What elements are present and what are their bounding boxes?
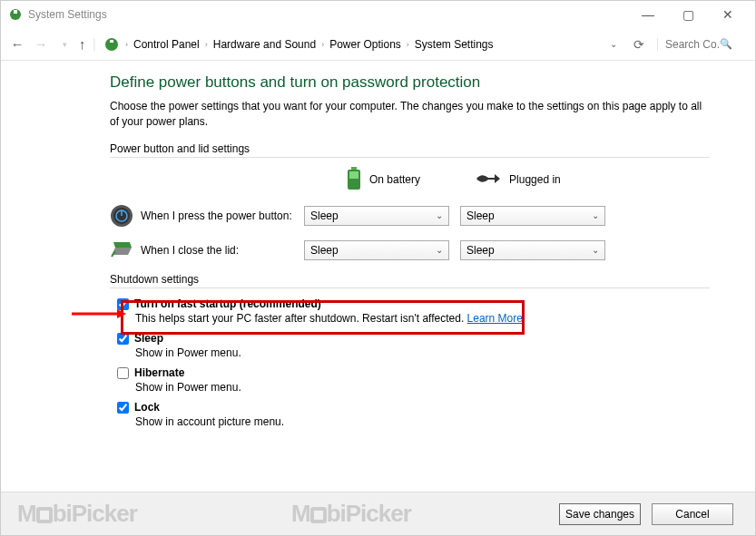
watermark: MbiPicker — [17, 500, 137, 528]
save-changes-button[interactable]: Save changes — [559, 503, 641, 525]
power-button-section-label: Power button and lid settings — [110, 142, 710, 158]
breadcrumb: › Control Panel › Hardware and Sound › P… — [125, 36, 601, 53]
power-button-row: When I press the power button: Sleep⌄ Sl… — [110, 204, 710, 228]
hibernate-checkbox[interactable] — [117, 367, 129, 379]
lid-row: When I close the lid: Sleep⌄ Sleep⌄ — [110, 239, 710, 262]
minimize-button[interactable]: — — [628, 1, 668, 28]
recent-dropdown[interactable]: ▾ — [55, 40, 74, 49]
path-dropdown[interactable]: ⌄ — [606, 39, 621, 49]
navbar: ← → ▾ ↑ │ › Control Panel › Hardware and… — [1, 28, 755, 61]
breadcrumb-item[interactable]: Hardware and Sound — [211, 36, 318, 53]
lock-row: Lock — [117, 401, 710, 414]
plugged-in-header: Plugged in — [475, 171, 561, 190]
fast-startup-checkbox-label[interactable]: Turn on fast startup (recommended) — [117, 297, 710, 310]
chevron-down-icon: ⌄ — [436, 245, 443, 255]
lid-battery-select[interactable]: Sleep⌄ — [304, 240, 449, 260]
fast-startup-row: Turn on fast startup (recommended) — [117, 297, 710, 310]
sleep-row: Sleep — [117, 332, 710, 345]
chevron-right-icon: › — [205, 40, 208, 49]
power-button-plugged-select[interactable]: Sleep⌄ — [460, 206, 605, 226]
page-intro: Choose the power settings that you want … — [110, 99, 710, 130]
sleep-checkbox[interactable] — [117, 333, 129, 345]
page-heading: Define power buttons and turn on passwor… — [110, 73, 710, 92]
lid-label: When I close the lid: — [141, 244, 304, 257]
search-box[interactable]: 🔍 — [657, 38, 748, 51]
svg-rect-6 — [349, 171, 358, 179]
learn-more-link[interactable]: Learn More — [467, 312, 523, 325]
battery-icon — [346, 167, 362, 193]
lid-plugged-select[interactable]: Sleep⌄ — [460, 240, 605, 260]
chevron-down-icon: ⌄ — [592, 245, 599, 255]
watermark: MbiPicker — [291, 500, 411, 528]
titlebar: System Settings — ▢ ✕ — [1, 1, 755, 28]
back-button[interactable]: ← — [8, 36, 26, 52]
up-button[interactable]: ↑ — [79, 36, 86, 52]
power-button-label: When I press the power button: — [141, 210, 304, 222]
maximize-button[interactable]: ▢ — [668, 1, 708, 28]
search-icon: 🔍 — [720, 38, 732, 50]
search-input[interactable] — [665, 38, 720, 51]
hibernate-desc: Show in Power menu. — [135, 381, 710, 394]
hibernate-checkbox-label[interactable]: Hibernate — [117, 366, 710, 379]
power-button-battery-select[interactable]: Sleep⌄ — [304, 206, 449, 226]
hibernate-row: Hibernate — [117, 366, 710, 379]
chevron-down-icon: ⌄ — [436, 210, 443, 220]
svg-rect-1 — [14, 10, 17, 14]
nav-separator: │ — [92, 38, 99, 51]
column-headers: On battery Plugged in — [346, 167, 710, 193]
chevron-right-icon: › — [125, 40, 128, 49]
on-battery-header: On battery — [346, 167, 420, 193]
content: Define power buttons and turn on passwor… — [1, 61, 755, 448]
fast-startup-checkbox[interactable] — [117, 298, 129, 310]
power-button-icon — [110, 204, 133, 228]
lock-checkbox-label[interactable]: Lock — [117, 401, 710, 414]
lock-checkbox[interactable] — [117, 402, 129, 414]
control-panel-icon — [103, 36, 120, 53]
chevron-right-icon: › — [407, 40, 409, 49]
sleep-checkbox-label[interactable]: Sleep — [117, 332, 710, 345]
chevron-down-icon: ⌄ — [592, 210, 599, 220]
app-icon — [8, 7, 23, 22]
breadcrumb-item[interactable]: Control Panel — [132, 36, 201, 53]
breadcrumb-item[interactable]: System Settings — [413, 36, 496, 53]
svg-rect-3 — [110, 40, 113, 43]
close-button[interactable]: ✕ — [708, 1, 748, 28]
plug-icon — [475, 171, 502, 190]
chevron-right-icon: › — [321, 40, 324, 49]
breadcrumb-item[interactable]: Power Options — [328, 36, 403, 53]
svg-rect-4 — [351, 167, 357, 170]
shutdown-section-label: Shutdown settings — [110, 273, 710, 288]
lid-icon — [110, 239, 133, 262]
forward-button[interactable]: → — [32, 36, 50, 52]
lock-desc: Show in account picture menu. — [135, 415, 710, 428]
sleep-desc: Show in Power menu. — [135, 346, 710, 359]
refresh-button[interactable]: ⟳ — [626, 37, 652, 52]
fast-startup-desc: This helps start your PC faster after sh… — [135, 312, 710, 325]
window-title: System Settings — [28, 8, 107, 21]
cancel-button[interactable]: Cancel — [652, 503, 733, 525]
